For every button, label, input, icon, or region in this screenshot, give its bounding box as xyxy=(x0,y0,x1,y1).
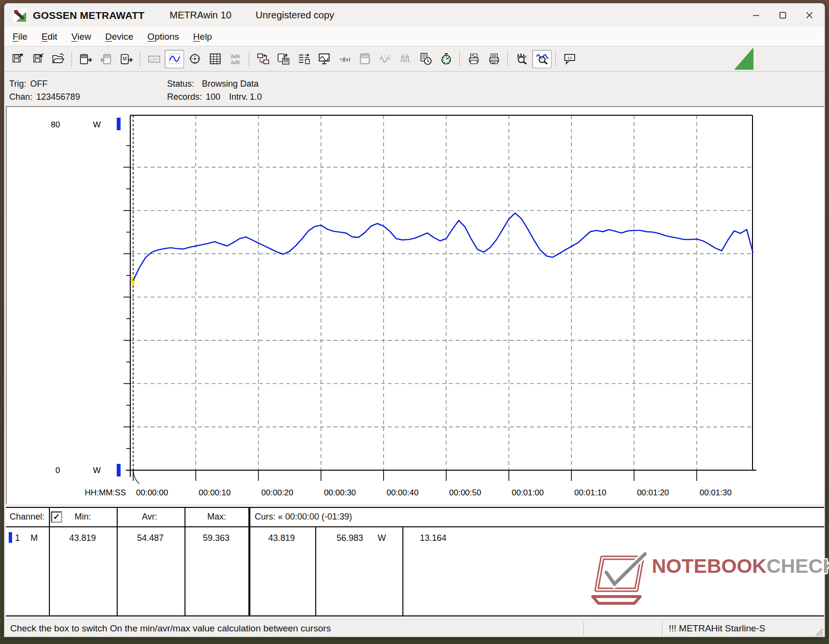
col-header-min: Min: xyxy=(75,512,91,522)
maximize-button[interactable] xyxy=(771,6,794,25)
metrawin-window: GOSSEN METRAWATT METRAwin 10 Unregistere… xyxy=(4,3,825,637)
info-strip: Trig:OFF Chan:123456789 Status:Browsing … xyxy=(4,71,825,105)
cursor2-value: 56.983 xyxy=(337,533,363,543)
x-tick-label: 00:00:50 xyxy=(449,488,481,497)
table-header-underline xyxy=(6,526,824,527)
svg-text:=f(x): =f(x) xyxy=(338,56,350,62)
table-divider xyxy=(315,527,316,615)
toolbar-separator xyxy=(72,51,72,67)
save-file-button[interactable] xyxy=(8,50,27,68)
menu-device[interactable]: Device xyxy=(105,31,133,42)
channel-list-status: Chan:123456789 xyxy=(9,91,84,104)
open-file-button[interactable] xyxy=(48,50,68,68)
x-axis-unit-label: HH:MM:SS xyxy=(85,488,126,497)
cursor2-unit: W xyxy=(378,533,386,543)
channel-scale-indicator-bottom xyxy=(117,464,121,476)
live-monitor-button[interactable] xyxy=(314,50,334,68)
chart-view-button[interactable] xyxy=(165,50,184,68)
title-bar[interactable]: GOSSEN METRAWATT METRAwin 10 Unregistere… xyxy=(4,3,825,27)
comment-button[interactable]: 1/2 xyxy=(560,50,579,68)
read-memory-icon: M xyxy=(120,52,133,65)
print-icon xyxy=(488,52,501,65)
store-settings-button[interactable] xyxy=(274,50,293,68)
zoom-time-button[interactable] xyxy=(532,50,552,68)
cursor-handle[interactable] xyxy=(133,470,139,484)
save-as-button[interactable] xyxy=(28,50,47,68)
xy-view-icon xyxy=(188,52,201,65)
col-header-max: Max: xyxy=(207,512,226,522)
records-status: Records:100Intrv.1.0 xyxy=(167,91,266,104)
status-message: Check the box to switch On the min/avr/m… xyxy=(10,623,331,634)
analog-output-button[interactable] xyxy=(375,50,395,68)
col-header-cursor: Curs: « 00:00:00 (-01:39) xyxy=(255,512,352,522)
table-divider xyxy=(49,508,50,615)
svg-text:321: 321 xyxy=(363,55,367,58)
analog-output-icon xyxy=(379,52,392,65)
minimize-button[interactable] xyxy=(745,6,767,25)
transfer-settings-icon xyxy=(257,52,270,65)
menu-file[interactable]: File xyxy=(13,31,28,42)
menu-edit[interactable]: Edit xyxy=(42,31,58,42)
close-button[interactable] xyxy=(798,6,820,25)
start-recording-icon xyxy=(440,52,453,65)
svg-text:1/2: 1/2 xyxy=(567,56,572,60)
resize-grip[interactable] xyxy=(814,628,823,636)
histogram-view-button[interactable] xyxy=(226,50,245,68)
pulse-output-button[interactable] xyxy=(396,50,415,68)
channel-config-button[interactable] xyxy=(294,50,313,68)
window-title-app: METRAwin 10 xyxy=(169,10,231,21)
print-chart-button[interactable] xyxy=(464,50,483,68)
col-header-avr: Avr: xyxy=(142,512,157,522)
print-chart-icon xyxy=(467,52,480,65)
zoom-amplitude-icon xyxy=(515,52,528,65)
read-device-button[interactable]: 321 xyxy=(76,50,95,68)
channel-config-icon xyxy=(297,52,310,65)
table-divider xyxy=(117,508,118,615)
transfer-settings-button[interactable] xyxy=(253,50,273,68)
col-header-channel: Channel: xyxy=(10,512,45,522)
menu-help[interactable]: Help xyxy=(193,31,212,42)
table-view-button[interactable] xyxy=(205,50,225,68)
print-button[interactable] xyxy=(484,50,504,68)
device-config-icon: 321 xyxy=(358,52,371,65)
zoom-amplitude-button[interactable] xyxy=(512,50,531,68)
menu-view[interactable]: View xyxy=(71,31,91,42)
read-device-icon: 321 xyxy=(79,52,92,65)
channel-mode: M xyxy=(31,533,38,543)
read-memory-button[interactable]: M xyxy=(117,50,136,68)
write-device-button[interactable]: 321 xyxy=(96,50,116,68)
histogram-view-icon xyxy=(229,52,242,65)
schedule-icon xyxy=(419,52,432,65)
table-divider xyxy=(402,527,403,615)
x-tick-label: 00:00:40 xyxy=(386,488,418,497)
svg-text:321: 321 xyxy=(82,55,86,58)
device-config-button[interactable]: 321 xyxy=(355,50,374,68)
chart-view-icon xyxy=(168,52,181,65)
connected-device-label: !!! METRAHit Starline-S xyxy=(669,623,766,634)
numeric-display-button[interactable]: 1257 xyxy=(144,50,164,68)
toolbar-separator xyxy=(555,51,556,67)
menu-bar: File Edit View Device Options Help xyxy=(4,27,825,46)
formula-button[interactable]: =f(x) xyxy=(335,50,354,68)
x-tick-label: 00:01:10 xyxy=(574,488,606,497)
svg-text:1257: 1257 xyxy=(150,57,158,61)
x-tick-label: 00:01:20 xyxy=(637,488,669,497)
start-recording-button[interactable] xyxy=(436,50,456,68)
store-settings-icon xyxy=(277,52,290,65)
y-axis-unit-bottom: W xyxy=(93,466,101,475)
x-tick-label: 00:00:20 xyxy=(261,488,293,497)
formula-icon: =f(x) xyxy=(338,52,351,65)
window-controls xyxy=(745,3,825,27)
minavrmax-checkbox[interactable]: ✓ xyxy=(51,512,61,522)
window-title-brand: GOSSEN METRAWATT xyxy=(33,10,144,21)
x-tick-label: 00:01:30 xyxy=(700,488,732,497)
schedule-button[interactable] xyxy=(416,50,435,68)
watermark-corner-triangle xyxy=(734,47,753,70)
status-divider xyxy=(583,622,584,636)
power-curve xyxy=(133,213,753,280)
xy-view-button[interactable] xyxy=(185,50,204,68)
value-table: Channel: ✓ Min: Avr: Max: Curs: « 00:00:… xyxy=(6,507,824,616)
menu-options[interactable]: Options xyxy=(147,31,179,42)
pulse-output-icon xyxy=(399,52,412,65)
live-monitor-icon xyxy=(318,52,331,65)
